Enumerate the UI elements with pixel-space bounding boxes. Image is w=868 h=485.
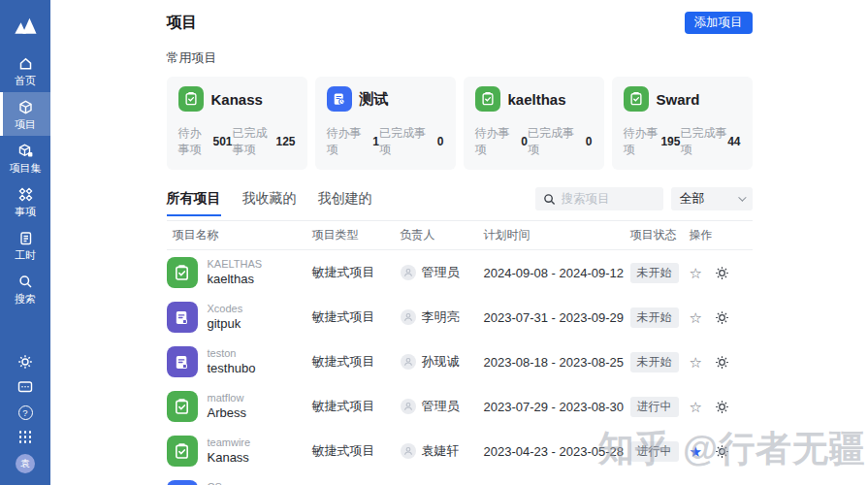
settings-gear-icon[interactable]	[17, 354, 33, 370]
clipboard-check-icon	[167, 436, 198, 467]
gear-icon[interactable]	[715, 310, 729, 325]
clipboard-icon	[17, 230, 34, 246]
done-label: 已完成事项	[379, 125, 437, 158]
file-lines-icon	[167, 302, 198, 333]
project-name-link[interactable]: Kanass	[208, 450, 251, 467]
sidebar-item-label: 搜索	[15, 293, 36, 305]
sidebar-item-issues[interactable]: 事项	[0, 179, 50, 223]
owner-avatar	[401, 309, 416, 325]
clipboard-clock-icon	[327, 86, 352, 112]
sidebar-item-projects[interactable]: 项目	[0, 92, 50, 136]
card-project-name: Sward	[657, 91, 700, 108]
add-project-button[interactable]: 添加项目	[685, 12, 753, 34]
project-key: Xcodes	[208, 302, 243, 315]
star-icon[interactable]: ☆	[690, 400, 702, 414]
filter-dropdown[interactable]: 全部	[671, 187, 753, 210]
tab-my-created[interactable]: 我创建的	[318, 190, 372, 208]
status-badge: 未开始	[630, 352, 679, 372]
owner-avatar	[401, 265, 416, 280]
table-row[interactable]: Xcodes gitpuk 敏捷式项目 李明亮 2023-07-31 - 202…	[167, 295, 753, 340]
table-row[interactable]: KAELTHAS kaelthas 敏捷式项目 管理员 2024-09-08 -…	[167, 250, 753, 295]
table-row[interactable]: matflow Arbess 敏捷式项目 管理员 2023-07-29 - 20…	[167, 384, 753, 429]
table-row[interactable]: CS 测试 敏捷式项目 袁婕轩 2024-07-05 - 2024-08-29 …	[167, 473, 753, 485]
todo-label: 待办事项	[178, 125, 213, 158]
app-logo[interactable]	[0, 0, 50, 48]
col-owner: 负责人	[401, 227, 484, 243]
project-name-link[interactable]: kaelthas	[208, 272, 263, 288]
sidebar-nav: 首页 项目 项目集 事项	[0, 48, 50, 311]
done-count: 0	[437, 135, 444, 148]
search-input[interactable]	[562, 192, 656, 206]
sidebar-item-label: 项目	[15, 118, 36, 130]
table-row[interactable]: teston testhubo 敏捷式项目 孙现诚 2023-08-18 - 2…	[167, 340, 753, 384]
col-project-type: 项目类型	[312, 227, 401, 243]
card-project-name: kaelthas	[508, 91, 566, 108]
star-icon[interactable]: ☆	[690, 266, 702, 280]
project-type: 敏捷式项目	[312, 264, 401, 281]
done-label: 已完成事项	[528, 125, 586, 158]
home-icon	[17, 55, 34, 72]
search-icon	[543, 193, 556, 206]
plan-time: 2023-07-31 - 2023-09-29	[484, 310, 630, 325]
owner-name: 管理员	[422, 264, 460, 281]
project-name-link[interactable]: gitpuk	[208, 316, 243, 333]
star-icon[interactable]: ☆	[690, 310, 702, 325]
sidebar-item-timesheet[interactable]: 工时	[0, 223, 50, 267]
project-card-kaelthas[interactable]: kaelthas 待办事项 0 已完成事项 0	[464, 77, 604, 170]
todo-count: 501	[212, 135, 232, 148]
favorites-section-title: 常用项目	[167, 49, 753, 67]
table-row[interactable]: teamwire Kanass 敏捷式项目 袁婕轩 2023-04-23 - 2…	[167, 429, 753, 473]
sidebar-item-search[interactable]: 搜索	[0, 267, 50, 310]
gear-icon[interactable]	[715, 355, 729, 370]
sidebar-item-label: 工时	[15, 249, 36, 261]
project-key: teston	[208, 346, 256, 360]
sidebar-bottom: ? 袁	[0, 354, 50, 485]
clipboard-check-icon	[624, 86, 649, 112]
user-avatar[interactable]: 袁	[16, 454, 35, 473]
gear-icon[interactable]	[715, 400, 729, 414]
done-label: 已完成事项	[233, 125, 276, 158]
favorite-project-cards: Kanass 待办事项 501 已完成事项 125 测试	[167, 77, 753, 170]
star-icon-filled[interactable]: ★	[690, 444, 702, 459]
tab-my-favorites[interactable]: 我收藏的	[242, 190, 297, 208]
file-lines-icon	[167, 346, 198, 377]
tab-all-projects[interactable]: 所有项目	[167, 190, 221, 208]
plan-time: 2023-08-18 - 2023-08-25	[484, 355, 630, 370]
chevron-down-icon	[738, 193, 746, 201]
help-icon[interactable]: ?	[18, 405, 33, 420]
project-key: teamwire	[208, 436, 251, 449]
owner-name: 袁婕轩	[422, 442, 460, 460]
todo-count: 1	[372, 135, 379, 148]
plan-time: 2024-09-08 - 2024-09-12	[484, 266, 630, 280]
sidebar-item-label: 项目集	[10, 162, 42, 174]
list-toolbar: 所有项目 我收藏的 我创建的 全部	[167, 187, 753, 221]
clipboard-check-icon	[167, 257, 198, 288]
message-icon[interactable]	[17, 380, 33, 395]
plan-time: 2023-04-23 - 2023-05-28	[484, 444, 630, 459]
gear-icon[interactable]	[715, 266, 729, 280]
gear-icon[interactable]	[715, 444, 729, 459]
project-type: 敏捷式项目	[312, 353, 401, 371]
diamonds-icon	[17, 186, 34, 203]
project-name-link[interactable]: Arbess	[208, 405, 246, 422]
project-card-kanass[interactable]: Kanass 待办事项 501 已完成事项 125	[167, 77, 307, 170]
sidebar: 首页 项目 项目集 事项	[0, 0, 50, 485]
owner-name: 李明亮	[422, 308, 460, 326]
cube-icon	[17, 99, 34, 115]
star-icon[interactable]: ☆	[690, 355, 702, 370]
owner-name: 孙现诚	[422, 353, 460, 371]
project-search-box[interactable]	[535, 187, 663, 210]
clipboard-check-icon	[475, 86, 500, 112]
sidebar-item-label: 事项	[15, 206, 36, 217]
sidebar-item-project-set[interactable]: 项目集	[0, 136, 50, 179]
done-label: 已完成事项	[680, 125, 727, 158]
project-name-link[interactable]: testhubo	[208, 361, 256, 377]
apps-grid-icon[interactable]	[19, 431, 32, 443]
sidebar-item-home[interactable]: 首页	[0, 48, 50, 92]
project-key: KAELTHAS	[208, 257, 263, 271]
project-type: 敏捷式项目	[312, 442, 401, 460]
clipboard-check-icon	[167, 391, 198, 422]
owner-avatar	[401, 443, 416, 459]
project-card-sward[interactable]: Sward 待办事项 195 已完成事项 44	[612, 77, 753, 170]
project-card-ceshi[interactable]: 测试 待办事项 1 已完成事项 0	[315, 77, 456, 170]
